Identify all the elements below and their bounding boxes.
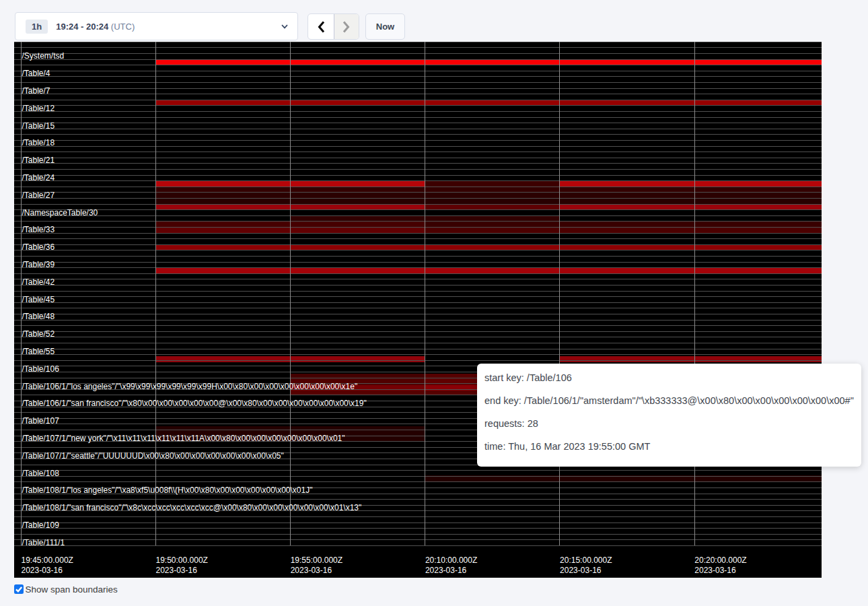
svg-text:/Table/111/1: /Table/111/1: [22, 538, 65, 547]
svg-text:2023-03-16: 2023-03-16: [560, 566, 602, 575]
svg-text:/Table/12: /Table/12: [22, 104, 55, 113]
svg-text:20:20:00.000Z: 20:20:00.000Z: [694, 556, 746, 565]
svg-text:/Table/107/1/"new york"/"\x11\: /Table/107/1/"new york"/"\x11\x11\x11\x1…: [22, 434, 345, 443]
svg-text:/Table/106/1/"los angeles"/"\x: /Table/106/1/"los angeles"/"\x99\x99\x99…: [22, 382, 358, 391]
svg-text:2023-03-16: 2023-03-16: [425, 566, 467, 575]
svg-text:2023-03-16: 2023-03-16: [694, 566, 736, 575]
svg-text:/Table/7: /Table/7: [22, 86, 50, 96]
svg-text:2023-03-16: 2023-03-16: [22, 566, 63, 575]
svg-text:/Table/18: /Table/18: [22, 138, 55, 147]
svg-text:/Table/24: /Table/24: [22, 173, 55, 182]
svg-text:19:55:00.000Z: 19:55:00.000Z: [291, 556, 342, 565]
svg-text:/Table/52: /Table/52: [22, 329, 55, 339]
svg-text:/Table/108/1/"san francisco"/": /Table/108/1/"san francisco"/"\x8c\xcc\x…: [22, 503, 362, 512]
svg-text:/Table/106/1/"san francisco"/": /Table/106/1/"san francisco"/"\x80\x00\x…: [22, 399, 367, 408]
svg-text:19:45:00.000Z: 19:45:00.000Z: [22, 556, 73, 565]
svg-text:/Table/45: /Table/45: [22, 295, 55, 304]
svg-text:20:10:00.000Z: 20:10:00.000Z: [425, 556, 477, 565]
svg-text:/Table/27: /Table/27: [22, 191, 55, 200]
svg-text:/Table/36: /Table/36: [22, 242, 55, 252]
svg-text:/Table/48: /Table/48: [22, 312, 55, 321]
svg-text:/Table/108/1/"los angeles"/"\x: /Table/108/1/"los angeles"/"\xa8\xf5\u00…: [22, 485, 313, 495]
svg-text:/Table/4: /Table/4: [22, 69, 50, 78]
svg-text:/NamespaceTable/30: /NamespaceTable/30: [22, 208, 98, 217]
svg-text:/Table/42: /Table/42: [22, 277, 55, 287]
svg-text:/Table/33: /Table/33: [22, 225, 55, 234]
svg-text:/System/tsd: /System/tsd: [22, 51, 65, 61]
svg-text:/Table/21: /Table/21: [22, 156, 55, 165]
svg-text:/Table/106: /Table/106: [22, 364, 60, 374]
svg-text:20:15:00.000Z: 20:15:00.000Z: [560, 556, 612, 565]
svg-text:2023-03-16: 2023-03-16: [156, 566, 198, 575]
svg-text:2023-03-16: 2023-03-16: [291, 566, 332, 575]
svg-text:/Table/109: /Table/109: [22, 520, 60, 530]
svg-text:/Table/107: /Table/107: [22, 416, 60, 426]
svg-text:/Table/39: /Table/39: [22, 260, 55, 269]
svg-text:/Table/107/1/"seattle"/"UUUUUU: /Table/107/1/"seattle"/"UUUUUUD\x00\x80\…: [22, 451, 284, 461]
svg-text:19:50:00.000Z: 19:50:00.000Z: [156, 556, 208, 565]
svg-text:/Table/55: /Table/55: [22, 347, 55, 356]
svg-text:/Table/15: /Table/15: [22, 121, 55, 131]
svg-text:/Table/108: /Table/108: [22, 469, 60, 478]
